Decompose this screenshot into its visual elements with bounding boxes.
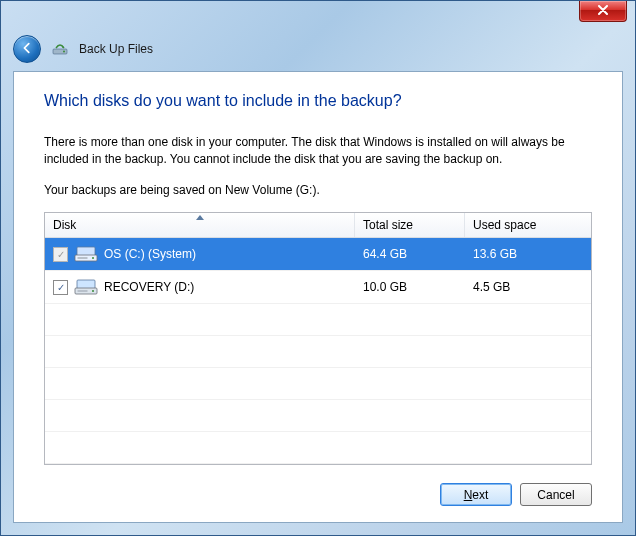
- table-body: ✓ OS (C:) (System) 64.4 GB 13.6 GB ✓ REC…: [45, 238, 591, 464]
- drive-icon: [74, 245, 98, 263]
- save-location-text: Your backups are being saved on New Volu…: [44, 182, 592, 199]
- column-header-total[interactable]: Total size: [355, 213, 465, 237]
- disk-used: 4.5 GB: [465, 280, 591, 294]
- svg-rect-5: [78, 257, 88, 259]
- table-row: [45, 400, 591, 432]
- content-pane: Which disks do you want to include in th…: [13, 71, 623, 523]
- table-row[interactable]: ✓ OS (C:) (System) 64.4 GB 13.6 GB: [45, 238, 591, 271]
- wizard-window: Back Up Files Which disks do you want to…: [0, 0, 636, 536]
- svg-point-1: [63, 51, 65, 53]
- row-checkbox: ✓: [53, 247, 68, 262]
- disk-used: 13.6 GB: [465, 247, 591, 261]
- next-button[interactable]: Next: [440, 483, 512, 506]
- table-row: [45, 368, 591, 400]
- toolbar: Back Up Files: [1, 35, 635, 63]
- drive-icon: [74, 278, 98, 296]
- disk-total: 64.4 GB: [355, 247, 465, 261]
- table-header: Disk Total size Used space: [45, 213, 591, 238]
- toolbar-title: Back Up Files: [79, 42, 153, 56]
- wizard-icon: [51, 40, 69, 58]
- disk-name: RECOVERY (D:): [104, 280, 194, 294]
- svg-point-8: [92, 290, 94, 292]
- table-row[interactable]: ✓ RECOVERY (D:) 10.0 GB 4.5 GB: [45, 271, 591, 304]
- close-button[interactable]: [579, 1, 627, 22]
- disk-table: Disk Total size Used space ✓ OS (C:) (Sy…: [44, 212, 592, 465]
- row-checkbox[interactable]: ✓: [53, 280, 68, 295]
- disk-name: OS (C:) (System): [104, 247, 196, 261]
- column-header-disk[interactable]: Disk: [45, 213, 355, 237]
- page-heading: Which disks do you want to include in th…: [44, 92, 592, 110]
- next-label-rest: ext: [472, 488, 488, 502]
- back-button[interactable]: [13, 35, 41, 63]
- disk-total: 10.0 GB: [355, 280, 465, 294]
- column-header-used[interactable]: Used space: [465, 213, 591, 237]
- close-icon: [598, 4, 608, 18]
- table-row: [45, 304, 591, 336]
- table-row: [45, 432, 591, 464]
- description-text: There is more than one disk in your comp…: [44, 134, 592, 168]
- back-arrow-icon: [20, 41, 34, 58]
- table-row: [45, 336, 591, 368]
- svg-rect-9: [78, 290, 88, 292]
- svg-point-4: [92, 257, 94, 259]
- footer: Next Cancel: [44, 471, 592, 506]
- cancel-button[interactable]: Cancel: [520, 483, 592, 506]
- titlebar: [1, 1, 635, 35]
